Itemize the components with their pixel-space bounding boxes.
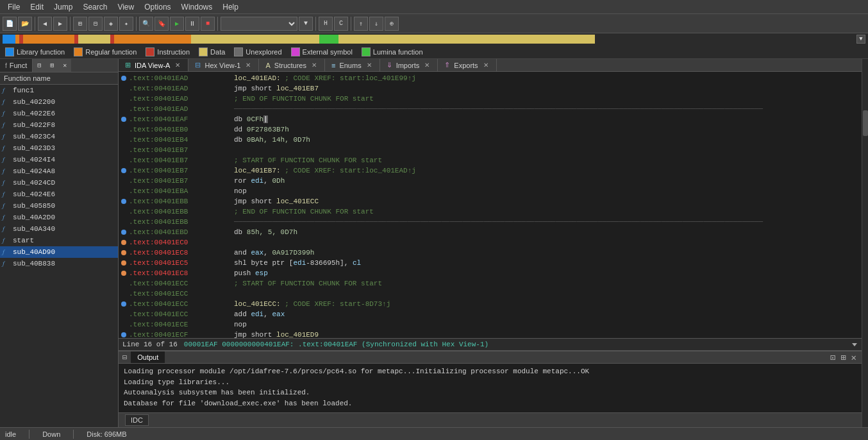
toolbar-graph[interactable]: ⊕ — [385, 17, 399, 31]
panel-tab-functions[interactable]: f Funct — [0, 59, 33, 72]
function-item[interactable]: 𝑓sub_402200 — [0, 96, 118, 108]
function-item[interactable]: 𝑓sub_4024E6 — [0, 189, 118, 200]
menu-help[interactable]: Help — [217, 1, 244, 13]
toolbar-code[interactable]: C — [334, 17, 348, 31]
toolbar-dropdown[interactable] — [221, 17, 297, 31]
right-scrollbar[interactable] — [862, 59, 868, 427]
code-line[interactable]: .text:00401ECC; START OF FUNCTION CHUNK … — [119, 278, 862, 289]
colorbar-expand[interactable]: ▼ — [856, 35, 865, 44]
line-address: .text:00401EB7 — [129, 177, 231, 185]
toolbar-btn3[interactable]: ⊞ — [73, 17, 87, 31]
code-line[interactable]: .text:00401EB7; START OF FUNCTION CHUNK … — [119, 155, 862, 165]
toolbar-import[interactable]: ⇓ — [369, 17, 383, 31]
toolbar-back[interactable]: ◀ — [38, 17, 52, 31]
function-item[interactable]: 𝑓sub_4022E6 — [0, 108, 118, 119]
output-maximize-btn[interactable]: ⊡ — [829, 352, 837, 363]
toolbar-btn5[interactable]: ◈ — [104, 17, 118, 31]
menu-view[interactable]: View — [112, 1, 139, 13]
function-item[interactable]: 𝑓sub_40A340 — [0, 223, 118, 235]
tab-exports-close[interactable]: ✕ — [482, 62, 490, 69]
toolbar-dropdown-arrow[interactable]: ▼ — [299, 17, 313, 31]
function-item[interactable]: 𝑓sub_4022F8 — [0, 119, 118, 131]
function-item[interactable]: 𝑓func1 — [0, 85, 118, 96]
function-item[interactable]: 𝑓sub_4024CD — [0, 177, 118, 189]
code-line[interactable]: .text:00401ECCloc_401ECC: ; CODE XREF: s… — [119, 299, 862, 309]
function-item[interactable]: 𝑓sub_4024A8 — [0, 165, 118, 177]
tab-ida-close[interactable]: ✕ — [174, 62, 181, 69]
code-line[interactable]: .text:00401EB7loc_401EB7: ; CODE XREF: s… — [119, 165, 862, 176]
tab-structures[interactable]: A Structures ✕ — [259, 59, 324, 71]
tab-imports-close[interactable]: ✕ — [423, 62, 431, 69]
function-item[interactable]: 𝑓sub_4023C4 — [0, 131, 118, 142]
function-item[interactable]: 𝑓sub_4024I4 — [0, 154, 118, 165]
menu-edit[interactable]: Edit — [25, 1, 49, 13]
output-close-btn[interactable]: ✕ — [850, 352, 858, 363]
function-item[interactable]: 𝑓sub_40B838 — [0, 258, 118, 269]
code-area[interactable]: .text:00401EADloc_401EAD: ; CODE XREF: s… — [119, 72, 862, 338]
toolbar-export[interactable]: ⇑ — [354, 17, 368, 31]
code-line[interactable]: .text:00401EAD; END OF FUNCTION CHUNK FO… — [119, 94, 862, 104]
code-line[interactable]: .text:00401EBB──────────────────────────… — [119, 217, 862, 227]
function-item[interactable]: 𝑓start — [0, 235, 118, 246]
toolbar-forward[interactable]: ▶ — [53, 17, 67, 31]
function-item[interactable]: 𝑓sub_405850 — [0, 200, 118, 212]
menu-file[interactable]: File — [3, 1, 25, 13]
code-line[interactable]: .text:00401EC8and eax, 0A917D399h — [119, 248, 862, 258]
code-line[interactable]: .text:00401ECC — [119, 289, 862, 299]
output-tab-output[interactable]: Output — [131, 351, 165, 363]
code-line[interactable]: .text:00401EB7ror edi, 0Dh — [119, 176, 862, 186]
tab-struct-close[interactable]: ✕ — [310, 62, 318, 69]
code-line[interactable]: .text:00401EB4db 0BAh, 14h, 0D7h — [119, 135, 862, 145]
code-line[interactable]: .text:00401EAD──────────────────────────… — [119, 104, 862, 114]
code-line[interactable]: .text:00401ECCadd edi, eax — [119, 309, 862, 319]
toolbar-play[interactable]: ▶ — [170, 17, 184, 31]
code-line[interactable]: .text:00401EAFdb 0CFh| — [119, 114, 862, 124]
legend-color-instruction — [146, 47, 154, 56]
menu-jump[interactable]: Jump — [49, 1, 78, 13]
toolbar-search[interactable]: 🔍 — [139, 17, 153, 31]
toolbar-new[interactable]: 📄 — [3, 17, 17, 31]
panel-tab-btn1[interactable]: ⊟ — [33, 59, 46, 72]
code-line[interactable]: .text:00401EBB; END OF FUNCTION CHUNK FO… — [119, 207, 862, 217]
panel-tab-btn3[interactable]: ✕ — [58, 59, 71, 72]
function-item[interactable]: 𝑓sub_40A2D0 — [0, 212, 118, 223]
code-line[interactable]: .text:00401EADloc_401EAD: ; CODE XREF: s… — [119, 73, 862, 83]
code-line[interactable]: .text:00401EB7 — [119, 145, 862, 155]
menu-search[interactable]: Search — [78, 1, 112, 13]
line-address: .text:00401EAD — [129, 95, 231, 103]
toolbar-btn6[interactable]: ✦ — [119, 17, 133, 31]
tab-hex-view[interactable]: ⊟ Hex View-1 ✕ — [188, 59, 259, 71]
toolbar-open[interactable]: 📂 — [18, 17, 32, 31]
toolbar-pause[interactable]: ⏸ — [185, 17, 199, 31]
code-line[interactable]: .text:00401EB0dd 0F27863B7h — [119, 124, 862, 135]
function-item[interactable]: 𝑓sub_4023D3 — [0, 142, 118, 154]
panel-tab-btn2[interactable]: ⊞ — [46, 59, 58, 72]
menu-options[interactable]: Options — [139, 1, 176, 13]
tab-enums[interactable]: ≡ Enums ✕ — [325, 59, 380, 71]
line-content: nop — [231, 321, 862, 328]
tab-enums-close[interactable]: ✕ — [365, 62, 373, 69]
code-line[interactable]: .text:00401EBBjmp short loc_401ECC — [119, 196, 862, 207]
tab-exports[interactable]: ⇑ Exports ✕ — [438, 59, 496, 71]
tab-hex-label: Hex View-1 — [204, 62, 240, 69]
code-line[interactable]: .text:00401ECEnop — [119, 319, 862, 330]
code-line[interactable]: .text:00401EADjmp short loc_401EB7 — [119, 83, 862, 94]
tab-imports[interactable]: ⇓ Imports ✕ — [380, 59, 438, 71]
tab-hex-close[interactable]: ✕ — [244, 62, 252, 69]
code-line[interactable]: .text:00401EC5shl byte ptr [edi-836695h]… — [119, 258, 862, 268]
code-line[interactable]: .text:00401ECFjmp short loc_401ED9 — [119, 330, 862, 338]
toolbar-btn4[interactable]: ⊟ — [88, 17, 103, 31]
code-line[interactable]: .text:00401EC0 — [119, 237, 862, 248]
code-line[interactable]: .text:00401EBAnop — [119, 186, 862, 196]
tab-ida-view[interactable]: ⊞ IDA View-A ✕ — [119, 59, 188, 71]
toolbar-stop[interactable]: ■ — [201, 17, 215, 31]
toolbar-hex[interactable]: H — [319, 17, 333, 31]
function-item[interactable]: 𝑓sub_40AD90 — [0, 246, 118, 258]
idc-tab-label[interactable]: IDC — [125, 414, 149, 426]
output-restore-btn[interactable]: ⊞ — [839, 352, 847, 363]
code-line[interactable]: .text:00401EBDdb 85h, 5, 0D7h — [119, 227, 862, 237]
menu-windows[interactable]: Windows — [176, 1, 218, 13]
function-list[interactable]: 𝑓func1𝑓sub_402200𝑓sub_4022E6𝑓sub_4022F8𝑓… — [0, 85, 118, 427]
toolbar-bookmark[interactable]: 🔖 — [154, 17, 169, 31]
code-line[interactable]: .text:00401EC8push esp — [119, 268, 862, 278]
